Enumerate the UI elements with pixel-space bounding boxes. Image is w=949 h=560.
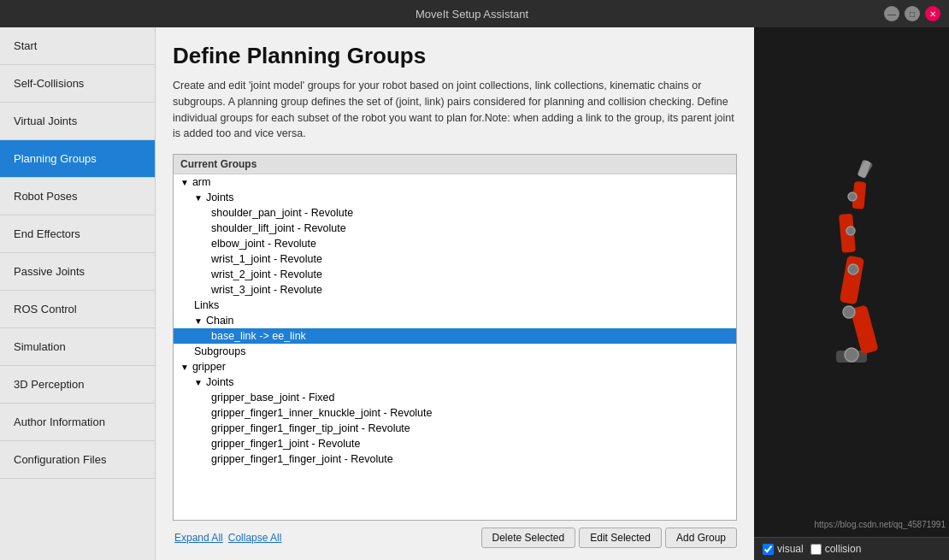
tree-item-label: gripper_finger1_joint - Revolute [211,438,360,450]
tree-arrow-icon: ▼ [194,193,203,203]
sidebar-item-start[interactable]: Start [0,27,155,65]
title-bar: MoveIt Setup Assistant — □ ✕ [0,0,949,27]
tree-item[interactable]: base_link -> ee_link [174,328,736,344]
maximize-button[interactable]: □ [905,6,920,21]
tree-item-label: gripper_finger1_finger_tip_joint - Revol… [211,422,410,434]
sidebar-item-ros-control[interactable]: ROS Control [0,291,155,328]
tree-item-label: Joints [206,376,234,388]
tree-item[interactable]: ▼arm [174,174,736,190]
tree-item-label: gripper_finger1_finger_joint - Revolute [211,453,393,465]
robot-viewport [754,27,949,537]
robot-arm-svg [754,27,949,537]
sidebar-item-robot-poses[interactable]: Robot Poses [0,178,155,215]
sidebar-item-author-information[interactable]: Author Information [0,404,155,441]
tree-item-label: Links [194,299,219,311]
visual-checkbox[interactable] [763,544,774,555]
tree-item[interactable]: ▼gripper [174,359,736,374]
window-title: MoveIt Setup Assistant [60,8,884,21]
tree-item-label: gripper_finger1_inner_knuckle_joint - Re… [211,407,433,419]
tree-item-label: wrist_2_joint - Revolute [211,268,322,280]
tree-item[interactable]: gripper_base_joint - Fixed [174,390,736,405]
tree-item[interactable]: shoulder_pan_joint - Revolute [174,205,736,221]
window-controls: — □ ✕ [884,6,940,21]
page-title: Define Planning Groups [173,43,737,69]
tree-item-label: base_link -> ee_link [211,330,306,342]
tree-item-label: gripper [192,361,226,373]
groups-tree[interactable]: ▼arm▼Jointsshoulder_pan_joint - Revolute… [174,174,736,520]
tree-item-label: Subgroups [194,345,245,357]
tree-item[interactable]: gripper_finger1_finger_tip_joint - Revol… [174,421,736,436]
tree-arrow-icon: ▼ [180,363,189,372]
tree-item[interactable]: wrist_1_joint - Revolute [174,251,736,267]
tree-item-label: elbow_joint - Revolute [211,238,316,250]
tree-item-label: wrist_3_joint - Revolute [211,284,322,296]
tree-item-label: gripper_base_joint - Fixed [211,392,335,404]
sidebar-item-planning-groups[interactable]: Planning Groups [0,140,155,178]
expand-links: Expand All Collapse All [173,532,283,544]
add-group-button[interactable]: Add Group [665,528,737,548]
minimize-button[interactable]: — [884,6,899,21]
tree-item[interactable]: wrist_2_joint - Revolute [174,267,736,282]
tree-item-label: Chain [206,315,234,327]
svg-point-10 [848,264,858,274]
bottom-bar: Expand All Collapse All Delete Selected … [173,521,737,551]
sidebar-item-passive-joints[interactable]: Passive Joints [0,253,155,291]
visual-label: visual [777,543,804,555]
app-body: StartSelf-CollisionsVirtual JointsPlanni… [0,27,949,560]
groups-header: Current Groups [174,155,736,174]
sidebar-item-virtual-joints[interactable]: Virtual Joints [0,103,155,140]
tree-item[interactable]: ▼Chain [174,313,736,328]
collapse-all-button[interactable]: Collapse All [227,532,284,544]
close-button[interactable]: ✕ [925,6,940,21]
visual-checkbox-label[interactable]: visual [763,543,804,555]
tree-item-label: arm [192,176,211,188]
sidebar-item-3d-perception[interactable]: 3D Perception [0,366,155,404]
expand-all-button[interactable]: Expand All [173,532,225,544]
robot-controls: visual collision [754,537,949,560]
main-content: Define Planning Groups Create and edit '… [156,27,754,560]
edit-selected-button[interactable]: Edit Selected [579,528,662,548]
groups-container: Current Groups ▼arm▼Jointsshoulder_pan_j… [173,154,737,521]
tree-item-label: Joints [206,192,234,203]
svg-point-12 [848,192,857,201]
sidebar-item-end-effectors[interactable]: End Effectors [0,215,155,253]
collision-checkbox-label[interactable]: collision [810,543,862,555]
page-description: Create and edit 'joint model' groups for… [173,78,737,142]
tree-item-label: wrist_1_joint - Revolute [211,253,322,265]
robot-panel: visual collision https://blog.csdn.net/q… [754,27,949,560]
tree-item[interactable]: gripper_finger1_finger_joint - Revolute [174,451,736,467]
delete-selected-button[interactable]: Delete Selected [481,528,576,548]
url-bar: https://blog.csdn.net/qq_45871991 [815,520,946,529]
svg-point-9 [843,306,855,318]
sidebar: StartSelf-CollisionsVirtual JointsPlanni… [0,27,156,560]
action-buttons: Delete Selected Edit Selected Add Group [481,528,738,548]
tree-item[interactable]: Subgroups [174,344,736,359]
tree-item[interactable]: Links [174,298,736,313]
tree-arrow-icon: ▼ [180,178,189,187]
tree-item[interactable]: shoulder_lift_joint - Revolute [174,221,736,236]
tree-item[interactable]: elbow_joint - Revolute [174,236,736,251]
tree-arrow-icon: ▼ [194,378,203,387]
svg-point-11 [846,227,855,235]
tree-arrow-icon: ▼ [194,316,203,326]
tree-item[interactable]: ▼Joints [174,190,736,205]
tree-item-label: shoulder_lift_joint - Revolute [211,222,346,234]
tree-item-label: shoulder_pan_joint - Revolute [211,207,353,219]
tree-item[interactable]: ▼Joints [174,374,736,390]
collision-label: collision [825,543,862,555]
tree-item[interactable]: gripper_finger1_joint - Revolute [174,436,736,451]
tree-item[interactable]: gripper_finger1_inner_knuckle_joint - Re… [174,405,736,421]
svg-point-8 [845,348,858,362]
tree-item[interactable]: wrist_3_joint - Revolute [174,282,736,298]
sidebar-item-simulation[interactable]: Simulation [0,328,155,366]
sidebar-item-configuration-files[interactable]: Configuration Files [0,441,155,479]
sidebar-item-self-collisions[interactable]: Self-Collisions [0,65,155,103]
collision-checkbox[interactable] [810,544,822,555]
